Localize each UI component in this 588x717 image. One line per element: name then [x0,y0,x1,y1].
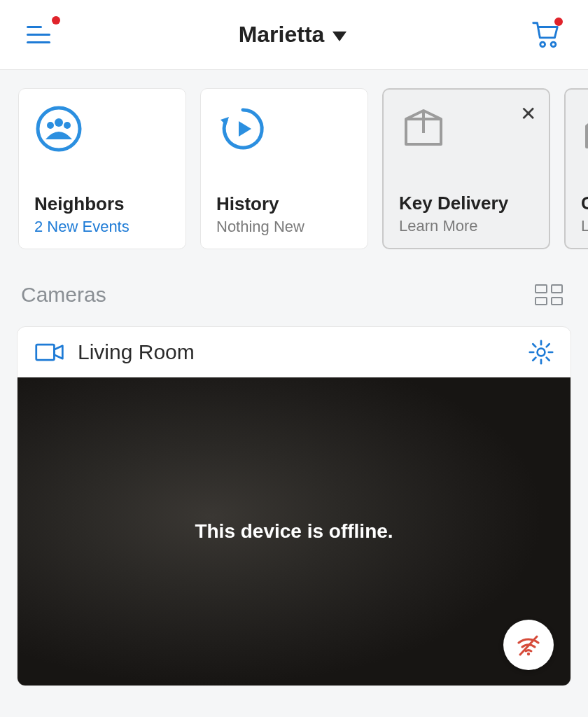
camera-header: Living Room [18,327,570,377]
svg-line-19 [547,358,550,361]
offline-message: This device is offline. [195,520,393,543]
svg-point-3 [55,118,63,127]
cameras-section-header: Cameras [0,267,588,326]
card-subtitle: 2 New Events [34,218,170,236]
wifi-off-button[interactable] [503,620,554,670]
svg-point-5 [64,122,71,129]
card-subtitle: Learn More [399,217,533,235]
card-garage[interactable]: Ga Lea [564,88,588,249]
garage-icon [581,105,588,154]
chevron-down-icon [332,32,346,41]
camera-icon [34,340,65,364]
location-name: Marietta [239,22,325,48]
cart-button[interactable] [529,19,561,51]
svg-point-13 [538,349,545,356]
menu-button[interactable] [27,20,56,50]
gear-icon[interactable] [528,340,554,365]
svg-marker-7 [239,121,251,137]
card-neighbors[interactable]: Neighbors 2 New Events [18,88,186,249]
history-icon [216,104,265,153]
wifi-off-icon [514,631,542,659]
camera-name: Living Room [78,340,195,364]
svg-line-21 [547,344,550,347]
app-header: Marietta [0,0,588,70]
grid-view-icon[interactable] [535,284,563,305]
camera-preview[interactable]: This device is offline. [18,377,570,685]
svg-line-18 [533,344,536,347]
camera-card-living-room: Living Room This device is offline. [17,326,571,686]
svg-point-1 [551,42,556,47]
svg-point-22 [527,653,530,655]
svg-point-0 [540,42,545,47]
svg-rect-12 [36,344,55,360]
section-title: Cameras [21,283,106,307]
card-title: Ga [581,193,588,214]
package-icon [399,105,448,154]
close-icon[interactable]: ✕ [520,102,536,125]
svg-line-20 [533,358,536,361]
location-selector[interactable]: Marietta [239,22,347,48]
card-key-delivery[interactable]: ✕ Key Delivery Learn More [382,88,550,249]
dashboard-cards-row: Neighbors 2 New Events History Nothing N… [0,70,588,267]
card-title: Neighbors [34,193,170,215]
svg-point-2 [38,108,80,150]
card-title: Key Delivery [399,193,533,214]
neighbors-icon [34,104,83,153]
card-subtitle: Lea [581,217,588,235]
card-title: History [216,193,352,215]
svg-point-4 [47,122,54,129]
menu-notification-dot [52,16,60,25]
card-history[interactable]: History Nothing New [200,88,368,249]
card-subtitle: Nothing New [216,218,352,236]
cart-notification-dot [554,18,563,26]
